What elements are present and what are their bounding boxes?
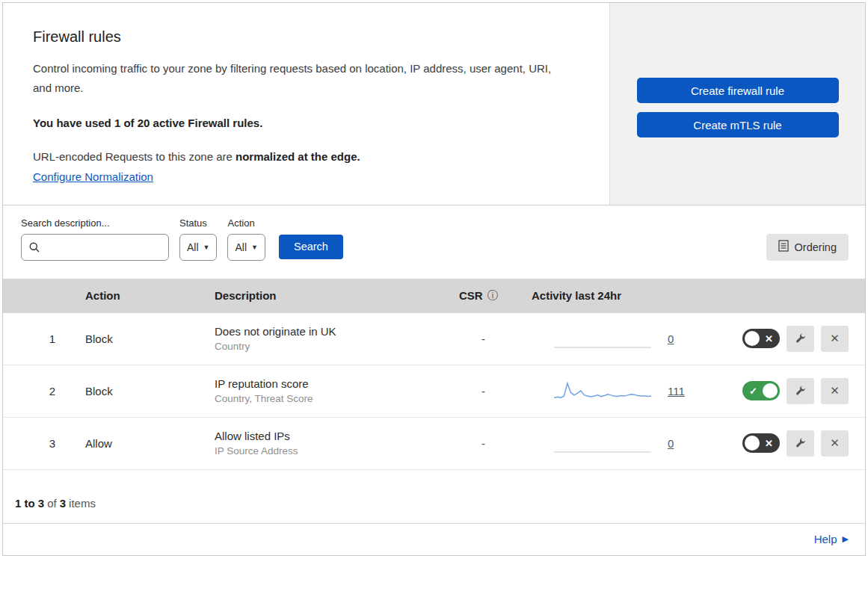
column-csr-label: CSR xyxy=(459,289,483,302)
rule-action: Block xyxy=(70,385,200,397)
rule-description-cell: Does not originate in UK Country xyxy=(200,325,444,352)
column-description: Description xyxy=(200,289,444,302)
close-icon: ✕ xyxy=(830,332,840,345)
row-index: 1 xyxy=(3,332,70,345)
actions-panel: Create firewall rule Create mTLS rule xyxy=(609,3,865,205)
action-group: Action All ▼ xyxy=(227,217,265,261)
csr-value: - xyxy=(444,332,523,345)
table-row: 2 Block IP reputation score Country, Thr… xyxy=(3,365,865,418)
help-arrow-icon: ▶ xyxy=(843,534,849,544)
usage-text: You have used 1 of 20 active Firewall ru… xyxy=(33,117,587,129)
rule-controls: ✕ ✕ xyxy=(708,430,865,457)
activity-cell: 0 xyxy=(523,326,708,351)
firewall-rules-page: Firewall rules Control incoming traffic … xyxy=(2,2,866,556)
wrench-icon xyxy=(794,437,807,450)
header-content: Firewall rules Control incoming traffic … xyxy=(3,3,609,205)
activity-count-link[interactable]: 0 xyxy=(668,437,687,450)
pagination-summary: 1 to 3of3items xyxy=(3,470,865,523)
rule-enabled-toggle[interactable]: ✕ xyxy=(742,329,780,348)
rule-action: Allow xyxy=(70,437,200,450)
status-select[interactable]: All ▼ xyxy=(179,234,217,261)
row-index: 2 xyxy=(3,385,70,397)
column-activity: Activity last 24hr xyxy=(523,289,708,302)
rule-controls: ✓ ✕ xyxy=(708,378,865,404)
activity-count-link[interactable]: 111 xyxy=(668,385,687,397)
search-icon xyxy=(28,241,40,256)
action-label: Action xyxy=(227,217,265,229)
csr-value: - xyxy=(444,437,523,450)
rule-description-cell: IP reputation score Country, Threat Scor… xyxy=(200,377,444,404)
of-label: of xyxy=(47,497,57,510)
rule-subtext: Country, Threat Score xyxy=(215,393,444,404)
activity-sparkline xyxy=(554,378,651,403)
delete-rule-button[interactable]: ✕ xyxy=(821,326,849,352)
close-icon: ✕ xyxy=(830,384,840,397)
normalization-text: URL-encoded Requests to this zone are no… xyxy=(33,150,587,163)
close-icon: ✕ xyxy=(830,436,840,450)
activity-sparkline xyxy=(554,430,651,456)
edit-rule-button[interactable] xyxy=(787,378,814,404)
toggle-knob xyxy=(745,331,760,346)
edit-rule-button[interactable] xyxy=(787,430,814,457)
create-mtls-rule-button[interactable]: Create mTLS rule xyxy=(637,112,839,137)
toggle-state-icon: ✓ xyxy=(749,386,757,397)
search-button[interactable]: Search xyxy=(279,235,343,259)
search-input-wrapper xyxy=(21,234,169,261)
rule-action: Block xyxy=(70,332,200,345)
toggle-state-icon: ✕ xyxy=(765,333,773,344)
create-firewall-rule-button[interactable]: Create firewall rule xyxy=(637,78,839,103)
rule-description: Allow listed IPs xyxy=(215,430,444,442)
toggle-state-icon: ✕ xyxy=(765,438,773,449)
search-label: Search description... xyxy=(21,217,169,229)
configure-normalization-link[interactable]: Configure Normalization xyxy=(33,170,153,183)
rule-subtext: IP Source Address xyxy=(215,445,444,457)
action-select[interactable]: All ▼ xyxy=(227,234,265,261)
help-bar: Help ▶ xyxy=(3,523,865,555)
csr-value: - xyxy=(444,385,523,397)
wrench-icon xyxy=(794,385,807,397)
chevron-down-icon: ▼ xyxy=(203,244,210,251)
status-group: Status All ▼ xyxy=(179,217,217,261)
items-range: 1 to 3 xyxy=(15,497,44,510)
normalization-bold: normalized at the edge. xyxy=(236,150,360,163)
info-icon[interactable]: ⓘ xyxy=(487,289,498,303)
help-label: Help xyxy=(814,533,837,545)
activity-sparkline xyxy=(554,326,651,351)
page-description: Control incoming traffic to your zone by… xyxy=(33,59,571,99)
row-index: 3 xyxy=(3,437,70,450)
rule-enabled-toggle[interactable]: ✓ xyxy=(742,381,780,400)
search-group: Search description... xyxy=(21,217,169,261)
delete-rule-button[interactable]: ✕ xyxy=(821,378,849,404)
column-action: Action xyxy=(70,289,200,302)
status-label: Status xyxy=(179,217,217,229)
status-select-value: All xyxy=(187,241,199,253)
page-title: Firewall rules xyxy=(33,28,587,46)
table-header: Action Description CSR ⓘ Activity last 2… xyxy=(3,279,865,313)
edit-rule-button[interactable] xyxy=(787,326,814,352)
items-total: 3 xyxy=(60,497,66,510)
header-section: Firewall rules Control incoming traffic … xyxy=(3,3,865,205)
activity-cell: 111 xyxy=(523,378,708,403)
delete-rule-button[interactable]: ✕ xyxy=(821,430,849,457)
activity-cell: 0 xyxy=(523,430,708,456)
items-label: items xyxy=(69,497,96,510)
rule-subtext: Country xyxy=(215,341,444,352)
toggle-knob xyxy=(745,436,760,451)
rule-enabled-toggle[interactable]: ✕ xyxy=(742,433,780,453)
table-row: 1 Block Does not originate in UK Country… xyxy=(3,313,865,365)
wrench-icon xyxy=(794,332,807,345)
ordering-button[interactable]: Ordering xyxy=(766,234,849,261)
table-row: 3 Allow Allow listed IPs IP Source Addre… xyxy=(3,418,865,470)
ordering-icon xyxy=(778,240,789,254)
action-select-value: All xyxy=(235,241,247,253)
column-csr: CSR ⓘ xyxy=(444,289,523,303)
rule-controls: ✕ ✕ xyxy=(708,326,865,352)
rule-description: Does not originate in UK xyxy=(215,325,444,338)
filter-bar: Search description... Status All ▼ Actio… xyxy=(3,205,865,279)
rule-description: IP reputation score xyxy=(215,377,444,390)
chevron-down-icon: ▼ xyxy=(251,244,258,251)
normalization-prefix: URL-encoded Requests to this zone are xyxy=(33,150,236,163)
help-link[interactable]: Help ▶ xyxy=(814,533,849,545)
activity-count-link[interactable]: 0 xyxy=(668,332,687,345)
search-input[interactable] xyxy=(21,234,169,261)
